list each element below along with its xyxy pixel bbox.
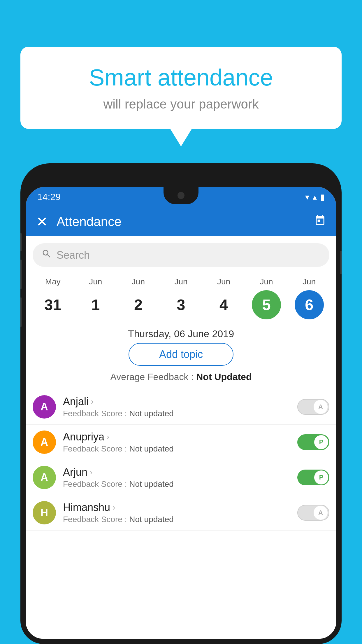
close-button[interactable]: ✕ (36, 214, 48, 230)
month-5: Jun (260, 274, 273, 289)
date-months-row: May Jun Jun Jun Jun Jun (31, 274, 331, 289)
calendar-icon[interactable] (314, 215, 326, 229)
student-name: Himanshu › (63, 501, 297, 514)
avatar: A (33, 430, 56, 454)
date-picker: May Jun Jun Jun Jun Jun (26, 272, 336, 322)
student-item[interactable]: A Arjun › Feedback Score : Not updated P (26, 460, 336, 495)
speech-bubble-title: Smart attendance (44, 64, 318, 91)
date-days-row: 31 1 2 3 4 5 (31, 290, 331, 319)
search-icon (41, 249, 52, 262)
date-day-col-4[interactable]: 4 (205, 290, 243, 319)
avatar: H (33, 501, 56, 524)
date-day-col-2[interactable]: 2 (119, 290, 157, 319)
average-feedback: Average Feedback : Not Updated (26, 372, 336, 382)
notch (164, 187, 198, 204)
date-col-0[interactable]: May (34, 274, 72, 289)
month-0: May (45, 274, 61, 289)
avg-feedback-value: Not Updated (196, 372, 252, 382)
date-day-col-1[interactable]: 1 (77, 290, 115, 319)
student-feedback: Feedback Score : Not updated (63, 515, 297, 524)
day-1: 1 (81, 290, 110, 319)
phone-screen: 14:29 ▾ ▴ ▮ ✕ Attendance (26, 187, 336, 639)
student-name: Anjali › (63, 396, 297, 408)
student-list: A Anjali › Feedback Score : Not updated … (26, 389, 336, 531)
speech-bubble-subtitle: will replace your paperwork (44, 97, 318, 111)
date-col-3[interactable]: Jun (162, 274, 200, 289)
chevron-icon: › (90, 468, 92, 477)
attendance-toggle[interactable]: A (297, 399, 329, 415)
date-day-col-3[interactable]: 3 (162, 290, 200, 319)
month-4: Jun (217, 274, 230, 289)
phone-frame: 14:29 ▾ ▴ ▮ ✕ Attendance (20, 163, 342, 644)
date-col-4[interactable]: Jun (205, 274, 243, 289)
toggle-knob: P (314, 435, 328, 449)
add-topic-button[interactable]: Add topic (129, 343, 233, 366)
volume-down-button (20, 298, 22, 327)
search-placeholder: Search (57, 249, 90, 261)
month-6: Jun (303, 274, 316, 289)
student-item[interactable]: H Himanshu › Feedback Score : Not update… (26, 495, 336, 531)
student-item[interactable]: A Anupriya › Feedback Score : Not update… (26, 425, 336, 460)
student-item[interactable]: A Anjali › Feedback Score : Not updated … (26, 389, 336, 425)
student-name: Arjun › (63, 466, 297, 478)
speech-bubble: Smart attendance will replace your paper… (20, 47, 342, 129)
toggle-knob: A (314, 400, 328, 414)
selected-date-label: Thursday, 06 June 2019 (26, 322, 336, 343)
date-day-col-6[interactable]: 6 (290, 290, 328, 319)
toggle-knob: A (314, 506, 328, 520)
app-bar-title: Attendance (57, 214, 314, 229)
student-info: Anupriya › Feedback Score : Not updated (63, 431, 297, 454)
content-area: Search May Jun Jun Jun (26, 236, 336, 639)
battery-icon: ▮ (320, 192, 325, 202)
date-day-col-5[interactable]: 5 (247, 290, 285, 319)
student-info: Anjali › Feedback Score : Not updated (63, 396, 297, 418)
avatar: A (33, 395, 56, 419)
month-1: Jun (89, 274, 102, 289)
search-bar[interactable]: Search (33, 243, 329, 267)
volume-up-button (20, 260, 22, 289)
student-feedback: Feedback Score : Not updated (63, 480, 297, 489)
status-icons: ▾ ▴ ▮ (305, 192, 325, 202)
date-col-5[interactable]: Jun (247, 274, 285, 289)
app-bar: ✕ Attendance (26, 207, 336, 236)
date-col-6[interactable]: Jun (290, 274, 328, 289)
student-info: Arjun › Feedback Score : Not updated (63, 466, 297, 489)
attendance-toggle[interactable]: P (297, 434, 329, 450)
student-feedback: Feedback Score : Not updated (63, 444, 297, 454)
avg-feedback-label: Average Feedback : (110, 372, 194, 382)
month-3: Jun (174, 274, 187, 289)
date-col-2[interactable]: Jun (119, 274, 157, 289)
chevron-icon: › (113, 503, 115, 512)
student-info: Himanshu › Feedback Score : Not updated (63, 501, 297, 524)
date-day-col-0[interactable]: 31 (34, 290, 72, 319)
day-6: 6 (295, 290, 324, 319)
day-4: 4 (209, 290, 238, 319)
day-2: 2 (124, 290, 153, 319)
signal-icon: ▴ (313, 192, 317, 202)
status-time: 14:29 (37, 192, 61, 202)
volume-silent-button (20, 233, 22, 251)
student-name: Anupriya › (63, 431, 297, 443)
chevron-icon: › (107, 432, 109, 442)
power-button (340, 251, 342, 274)
toggle-knob: P (314, 470, 328, 484)
wifi-icon: ▾ (305, 192, 309, 202)
avatar: A (33, 466, 56, 489)
chevron-icon: › (91, 397, 94, 406)
date-col-1[interactable]: Jun (77, 274, 115, 289)
day-3: 3 (166, 290, 196, 319)
front-camera (178, 192, 184, 199)
day-0: 31 (38, 290, 67, 319)
attendance-toggle[interactable]: A (297, 505, 329, 521)
student-feedback: Feedback Score : Not updated (63, 409, 297, 418)
day-5: 5 (252, 290, 281, 319)
month-2: Jun (132, 274, 145, 289)
attendance-toggle[interactable]: P (297, 470, 329, 485)
